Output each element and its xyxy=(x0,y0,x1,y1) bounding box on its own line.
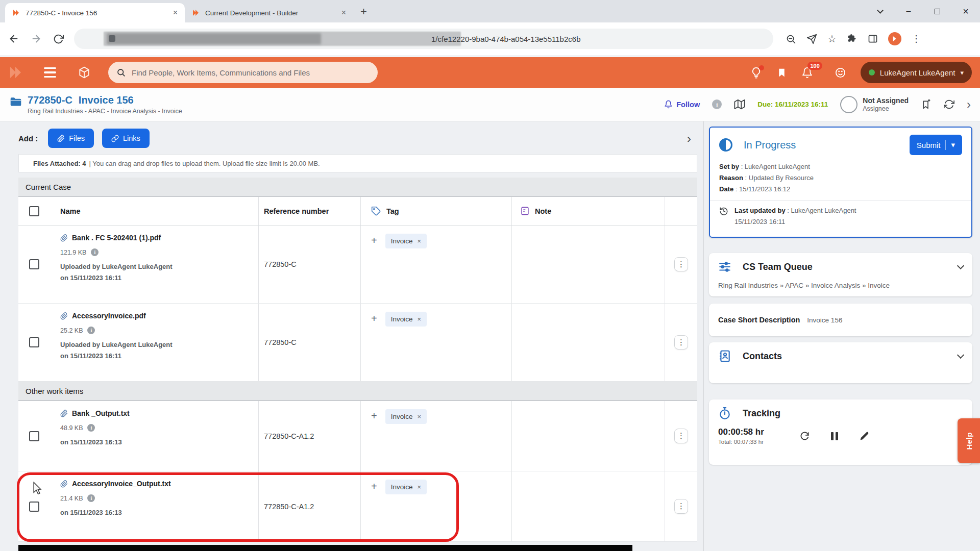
tab-search-chevron-icon[interactable] xyxy=(866,0,894,22)
add-links-button[interactable]: Links xyxy=(102,129,150,148)
tab-favicon-icon xyxy=(12,9,20,17)
chevron-down-icon[interactable] xyxy=(957,352,964,359)
bookmarks-icon[interactable] xyxy=(776,67,787,78)
refresh-icon[interactable] xyxy=(944,99,954,110)
window-maximize-button[interactable] xyxy=(923,0,951,22)
user-name: LukeAgent LukeAgent xyxy=(880,68,955,77)
row-menu-kebab-icon[interactable]: ⋮ xyxy=(674,257,688,272)
contacts-title: Contacts xyxy=(743,351,782,362)
queue-path: Ring Rail Industries » APAC » Invoice An… xyxy=(718,282,963,289)
column-header-name: Name xyxy=(50,197,258,225)
browser-menu-icon[interactable]: ⋮ xyxy=(912,33,921,44)
file-link[interactable]: Bank . FC 5-202401 (1).pdf xyxy=(60,234,258,242)
row-menu-kebab-icon[interactable]: ⋮ xyxy=(674,335,688,350)
select-all-checkbox[interactable] xyxy=(29,206,39,216)
section-header-current-case: Current Case xyxy=(18,178,697,197)
remove-tag-icon[interactable]: × xyxy=(417,315,421,323)
table-header-row: Name Reference number Tag Note xyxy=(18,197,697,226)
assignee-block[interactable]: Not Assigned Assignee xyxy=(840,96,909,113)
row-menu-kebab-icon[interactable]: ⋮ xyxy=(674,499,688,514)
side-panel-icon[interactable] xyxy=(868,34,878,44)
file-size: 121.9 KB xyxy=(60,249,86,256)
extensions-puzzle-icon[interactable] xyxy=(847,34,857,44)
row-checkbox[interactable] xyxy=(29,502,39,512)
feedback-smiley-icon[interactable] xyxy=(835,67,846,79)
add-tag-button[interactable]: + xyxy=(371,313,377,324)
map-icon[interactable] xyxy=(734,99,745,110)
chevron-down-icon[interactable]: ▾ xyxy=(951,140,955,149)
suggestions-lightbulb-icon[interactable] xyxy=(750,67,762,79)
remove-tag-icon[interactable]: × xyxy=(417,413,421,420)
chevron-down-icon[interactable] xyxy=(957,262,964,269)
forward-icon[interactable] xyxy=(31,33,42,44)
bottom-black-bar xyxy=(18,545,632,551)
file-link[interactable]: AccessoryInvoice_Output.txt xyxy=(60,480,258,488)
bookmark-star-icon[interactable]: ☆ xyxy=(827,33,837,45)
browser-tab-inactive[interactable]: Current Development - Builder × xyxy=(185,3,353,22)
file-link[interactable]: AccessoryInvoice.pdf xyxy=(60,312,258,320)
zoom-icon[interactable] xyxy=(786,34,796,44)
file-name: Bank . FC 5-202401 (1).pdf xyxy=(72,234,161,242)
remove-tag-icon[interactable]: × xyxy=(417,237,421,245)
user-menu[interactable]: LukeAgent LukeAgent ▾ xyxy=(861,62,972,83)
workspace-cube-icon[interactable] xyxy=(78,66,91,79)
tag-chip[interactable]: Invoice× xyxy=(385,480,427,494)
tracking-edit-pencil-icon[interactable] xyxy=(860,431,869,441)
submit-button[interactable]: Submit ▾ xyxy=(910,135,962,155)
tracking-pause-icon[interactable] xyxy=(831,432,838,440)
info-icon[interactable]: i xyxy=(87,494,95,502)
hamburger-menu-icon[interactable] xyxy=(44,67,56,78)
browser-profile-avatar[interactable] xyxy=(888,32,901,45)
status-card: In Progress Submit ▾ Set by : LukeAgent … xyxy=(709,127,972,238)
search-input[interactable] xyxy=(132,68,356,77)
collapse-panel-chevron-icon[interactable]: › xyxy=(687,132,691,146)
share-icon[interactable] xyxy=(806,34,817,44)
notifications-bell-icon[interactable]: 100 xyxy=(801,67,813,79)
info-icon[interactable]: i xyxy=(91,248,99,256)
user-status-online-icon xyxy=(869,69,875,76)
tag-chip[interactable]: Invoice× xyxy=(385,234,427,248)
tag-chip[interactable]: Invoice× xyxy=(385,312,427,327)
back-icon[interactable] xyxy=(8,33,19,44)
app-logo-icon[interactable] xyxy=(8,65,23,80)
date-value: 15/11/2023 16:12 xyxy=(739,185,790,193)
last-updated-date: 15/11/2023 16:11 xyxy=(734,218,962,226)
tag-icon xyxy=(371,206,381,216)
row-menu-kebab-icon[interactable]: ⋮ xyxy=(674,429,688,443)
info-icon[interactable]: i xyxy=(712,99,722,109)
paperclip-icon xyxy=(57,135,65,142)
expand-panel-chevron-icon[interactable]: › xyxy=(967,98,971,111)
file-link[interactable]: Bank _Output.txt xyxy=(60,409,258,417)
tab-title: 772850-C - Invoice 156 xyxy=(26,9,168,17)
queue-title: CS Team Queue xyxy=(743,262,813,272)
bookmark-add-icon[interactable] xyxy=(921,99,932,110)
follow-button[interactable]: Follow xyxy=(664,100,700,109)
new-tab-button[interactable]: + xyxy=(360,5,367,18)
add-tag-button[interactable]: + xyxy=(371,235,377,246)
paperclip-icon xyxy=(60,234,68,242)
tab-close-icon[interactable]: × xyxy=(173,8,178,17)
info-icon[interactable]: i xyxy=(87,424,95,432)
tracking-refresh-icon[interactable] xyxy=(800,431,810,441)
row-checkbox[interactable] xyxy=(29,259,39,269)
info-icon[interactable]: i xyxy=(87,327,95,334)
remove-tag-icon[interactable]: × xyxy=(417,483,421,491)
tab-close-icon[interactable]: × xyxy=(341,8,346,17)
browser-tab-active[interactable]: 772850-C - Invoice 156 × xyxy=(5,3,185,22)
address-bar[interactable]: 1/cfe12220-9ba0-474b-a054-13e5511b2c6b xyxy=(74,29,773,49)
window-close-button[interactable]: × xyxy=(951,0,980,22)
help-tab[interactable]: Help xyxy=(958,418,980,463)
reload-icon[interactable] xyxy=(53,34,64,44)
window-minimize-button[interactable]: – xyxy=(894,0,923,22)
row-checkbox[interactable] xyxy=(29,431,39,441)
tag-chip[interactable]: Invoice× xyxy=(385,409,427,424)
global-search[interactable] xyxy=(108,62,378,83)
row-checkbox[interactable] xyxy=(29,337,39,347)
add-files-button[interactable]: Files xyxy=(48,129,94,148)
app-header: 100 LukeAgent LukeAgent ▾ xyxy=(0,57,980,88)
add-tag-button[interactable]: + xyxy=(371,410,377,422)
paperclip-icon xyxy=(60,312,68,320)
file-reference: 772850-C xyxy=(258,226,360,303)
add-tag-button[interactable]: + xyxy=(371,481,377,492)
file-size: 21.4 KB xyxy=(60,495,83,502)
